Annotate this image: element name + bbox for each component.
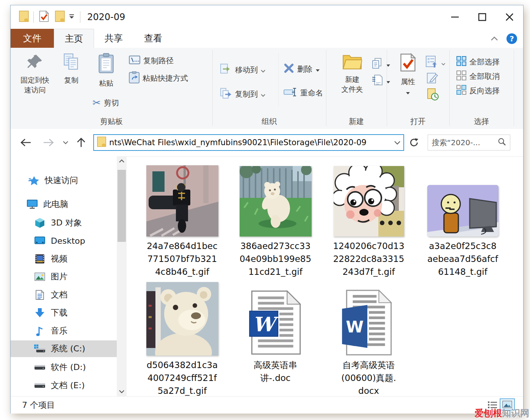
sidebar-item-videos[interactable]: 视频 bbox=[11, 251, 117, 267]
close-button[interactable] bbox=[496, 5, 523, 29]
file-name[interactable]: 1240206c70d1322822dc8a3315243d7f_t.gif bbox=[332, 240, 405, 278]
history-button[interactable] bbox=[426, 88, 439, 103]
open-group-label: 打开 bbox=[387, 116, 449, 127]
copy-to-icon bbox=[220, 87, 232, 101]
sidebar-item-label: 软件 (D:) bbox=[51, 362, 86, 373]
tab-home[interactable]: 主页 bbox=[54, 29, 94, 48]
copy-path-button[interactable]: 复制路径 bbox=[129, 55, 174, 66]
minimize-button[interactable] bbox=[441, 5, 469, 29]
qat-dropdown-icon[interactable] bbox=[69, 14, 75, 21]
paste-shortcut-icon bbox=[129, 71, 140, 85]
sidebar-item-this-pc[interactable]: 此电脑 bbox=[11, 196, 117, 212]
cut-button[interactable]: ✂ 剪切 bbox=[93, 97, 119, 108]
file-item[interactable]: W 自考高级英语(00600)真题.docx bbox=[322, 281, 415, 397]
edit-icon bbox=[426, 72, 438, 86]
properties-button[interactable]: 属性 bbox=[394, 53, 422, 97]
file-name[interactable]: 386aed273cc3304e09bb199e8511cd21_t.gif bbox=[239, 240, 312, 278]
search-box[interactable]: 搜索“2020-... bbox=[428, 135, 510, 150]
file-item[interactable]: W 高级英语串讲-.doc bbox=[229, 281, 322, 384]
pin-to-quick-access-button[interactable]: 固定到快 速访问 bbox=[17, 53, 53, 95]
file-name[interactable]: d5064382d1c3a4007249cff521f5a27d_t.gif bbox=[146, 359, 219, 397]
rename-icon bbox=[284, 87, 297, 99]
search-input[interactable]: 搜索“2020-... bbox=[432, 138, 498, 148]
properties-shortcut-icon[interactable] bbox=[39, 10, 49, 24]
file-name[interactable]: a3a2e0f25c3c8aebeaa7d56afcf61148_t.gif bbox=[427, 240, 499, 278]
scroll-up-icon[interactable] bbox=[117, 156, 127, 165]
maximize-button[interactable] bbox=[469, 5, 496, 29]
file-item[interactable]: 386aed273cc3304e09bb199e8511cd21_t.gif bbox=[229, 164, 322, 278]
back-button[interactable] bbox=[17, 135, 34, 150]
file-item[interactable]: 1240206c70d1322822dc8a3315243d7f_t.gif bbox=[322, 164, 415, 278]
sidebar-item-documents-e[interactable]: 文档 (E:) bbox=[11, 378, 117, 393]
address-dropdown-icon[interactable] bbox=[394, 139, 400, 146]
help-icon[interactable]: ? bbox=[506, 33, 517, 44]
scroll-down-icon[interactable] bbox=[117, 387, 127, 396]
collapse-ribbon-icon[interactable] bbox=[491, 35, 498, 42]
up-button[interactable] bbox=[73, 135, 89, 150]
sidebar-item-music[interactable]: 音乐 bbox=[11, 323, 117, 339]
address-path[interactable]: nts\WeChat Files\wxid_nymfubins90021\Fil… bbox=[109, 138, 391, 147]
address-toolbar: nts\WeChat Files\wxid_nymfubins90021\Fil… bbox=[11, 129, 523, 157]
refresh-button[interactable] bbox=[406, 135, 422, 150]
open-options-button[interactable] bbox=[425, 55, 445, 70]
select-none-button[interactable]: 全部取消 bbox=[456, 71, 500, 82]
copy-to-label: 复制到 bbox=[235, 89, 258, 99]
forward-button[interactable] bbox=[40, 135, 57, 150]
copy-button[interactable]: 复制 bbox=[56, 53, 86, 85]
sidebar-item-desktop[interactable]: Desktop bbox=[11, 233, 117, 249]
sidebar-item-software-d[interactable]: 软件 (D:) bbox=[11, 359, 117, 375]
invert-selection-label: 反向选择 bbox=[469, 86, 500, 96]
delete-label: 删除 bbox=[297, 64, 312, 74]
group-separator bbox=[326, 50, 326, 126]
sidebar-scrollbar[interactable] bbox=[117, 156, 127, 396]
ribbon-tabs: 文件 主页 共享 查看 bbox=[11, 29, 523, 48]
scrollbar-thumb[interactable] bbox=[118, 170, 126, 242]
chevron-down-icon bbox=[406, 87, 410, 97]
tab-share[interactable]: 共享 bbox=[94, 29, 133, 48]
move-to-button[interactable]: 移动到 bbox=[220, 63, 265, 77]
rename-label: 重命名 bbox=[300, 88, 323, 98]
sidebar-item-system-c[interactable]: 系统 (C:) bbox=[11, 340, 117, 357]
watermark-part1: 爱刨根 bbox=[475, 408, 502, 418]
file-item[interactable]: a3a2e0f25c3c8aebeaa7d56afcf61148_t.gif bbox=[416, 164, 509, 278]
sidebar-item-downloads[interactable]: 下载 bbox=[11, 305, 117, 321]
gif-thumbnail-teddy bbox=[146, 281, 218, 356]
file-name[interactable]: 自考高级英语(00600)真题.docx bbox=[341, 359, 397, 397]
title-bar: 2020-09 bbox=[11, 5, 523, 29]
copy-to-button[interactable]: 复制到 bbox=[220, 87, 265, 101]
sidebar-item-pictures[interactable]: 图片 bbox=[11, 269, 117, 285]
select-all-button[interactable]: 全部选择 bbox=[456, 56, 500, 68]
paste-shortcut-button[interactable]: 粘贴快捷方式 bbox=[129, 71, 188, 85]
invert-selection-button[interactable]: 反向选择 bbox=[456, 85, 500, 97]
tab-view[interactable]: 查看 bbox=[133, 29, 173, 48]
easy-access-button[interactable] bbox=[372, 74, 390, 88]
download-icon bbox=[34, 308, 45, 318]
computer-icon bbox=[27, 199, 38, 210]
desktop-icon bbox=[34, 236, 45, 245]
file-name[interactable]: 24a7e864d1bec771507bf7b3214c8b46_t.gif bbox=[146, 240, 219, 278]
file-item[interactable]: 24a7e864d1bec771507bf7b3214c8b46_t.gif bbox=[136, 164, 229, 278]
tab-file[interactable]: 文件 bbox=[11, 29, 54, 48]
file-name[interactable]: 高级英语串讲-.doc bbox=[248, 359, 303, 384]
new-folder-button[interactable]: 新建 文件夹 bbox=[336, 53, 368, 94]
cut-label: 剪切 bbox=[104, 98, 119, 108]
select-none-label: 全部取消 bbox=[469, 71, 500, 81]
delete-button[interactable]: 删除 bbox=[284, 63, 320, 75]
history-icon bbox=[426, 88, 439, 103]
file-item[interactable]: d5064382d1c3a4007249cff521f5a27d_t.gif bbox=[136, 281, 229, 397]
sidebar-item-3d-objects[interactable]: 3D 对象 bbox=[11, 215, 117, 231]
sidebar-item-documents[interactable]: 文档 bbox=[11, 287, 117, 303]
chevron-down-icon bbox=[315, 65, 320, 74]
recent-locations-icon[interactable] bbox=[60, 135, 71, 150]
item-count: 7 个项目 bbox=[22, 400, 55, 411]
sidebar-item-quick-access[interactable]: 快速访问 bbox=[11, 172, 117, 188]
select-none-icon bbox=[456, 71, 466, 82]
folder-icon bbox=[97, 136, 106, 149]
address-bar[interactable]: nts\WeChat Files\wxid_nymfubins90021\Fil… bbox=[93, 134, 404, 151]
edit-button[interactable] bbox=[426, 72, 438, 86]
new-folder-shortcut-icon[interactable] bbox=[55, 11, 65, 24]
properties-label: 属性 bbox=[401, 77, 415, 86]
paste-button[interactable]: 粘贴 bbox=[91, 53, 121, 88]
new-item-button[interactable] bbox=[372, 58, 390, 71]
rename-button[interactable]: 重命名 bbox=[284, 87, 323, 99]
